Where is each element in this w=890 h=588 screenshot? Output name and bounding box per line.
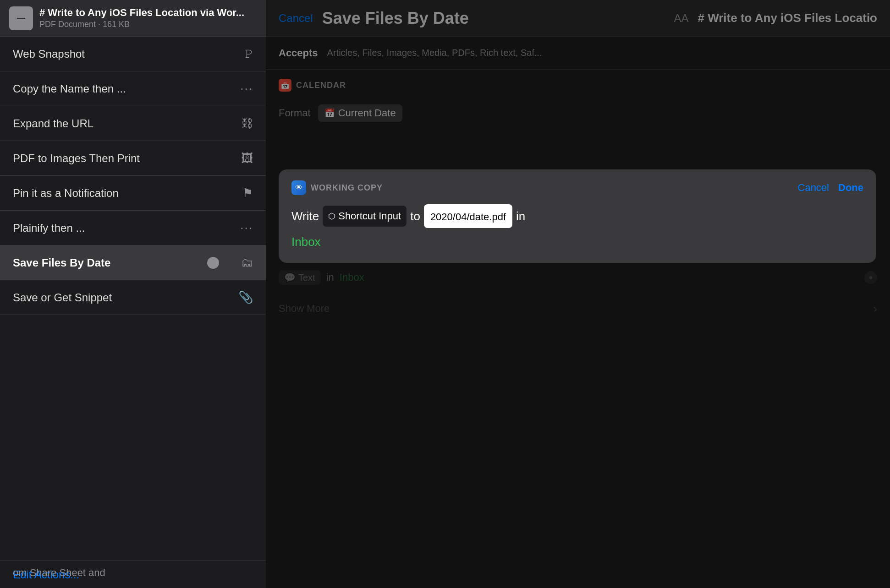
action-item-left-pdf: PDF to Images Then Print (13, 152, 241, 165)
action-item-left-save: Save Files By Date (13, 256, 206, 269)
action-item-expand-url[interactable]: Expand the URL ⛓ (0, 106, 266, 141)
action-item-left-snippet: Save or Get Snippet (13, 291, 238, 304)
pin-notification-icon: ⚑ (242, 186, 253, 200)
action-item-copy-name[interactable]: Copy the Name then ... ··· (0, 71, 266, 106)
modal-action-buttons: Cancel Done (798, 182, 863, 194)
modal-inbox-label: Inbox (291, 235, 321, 249)
modal-text-line-2: Inbox (291, 232, 863, 252)
action-label-save-files: Save Files By Date (13, 256, 110, 269)
pdf-images-icon: 🖼 (241, 151, 253, 165)
modal-done-button[interactable]: Done (838, 182, 863, 194)
action-label-pdf-images: PDF to Images Then Print (13, 152, 140, 165)
shortcut-badge-icon: ⬡ (328, 209, 335, 223)
action-label-web-snapshot: Web Snapshot (13, 48, 85, 60)
modal-in-label: in (516, 206, 525, 226)
right-dim-overlay (266, 0, 890, 588)
action-label-copy-name: Copy the Name then ... (13, 82, 126, 95)
action-label-plainify: Plainify then ... (13, 222, 85, 234)
modal-path-text: 2020/04/date.pdf (430, 211, 506, 223)
wc-fingerprint-icon: 👁 (295, 184, 302, 192)
save-files-controls: 🗂 (206, 256, 253, 270)
left-topbar: — # Write to Any iOS Files Location via … (0, 0, 266, 37)
action-item-web-snapshot[interactable]: Web Snapshot 𝙿 (0, 37, 266, 71)
modal-app-name: WORKING COPY (311, 183, 383, 193)
doc-icon: — (9, 6, 33, 30)
web-snapshot-icon: 𝙿 (245, 47, 253, 61)
modal-content: Write ⬡ Shortcut Input to 2020/04/date.p… (291, 204, 863, 252)
modal-shortcut-badge: ⬡ Shortcut Input (323, 206, 407, 226)
save-files-icon: 🗂 (241, 256, 253, 270)
modal-app-info: 👁 WORKING COPY (291, 180, 383, 195)
action-label-pin-notification: Pin it as a Notification (13, 187, 119, 200)
action-item-left-plainify: Plainify then ... (13, 222, 240, 234)
save-snippet-icon: 📎 (238, 290, 253, 305)
plainify-icon: ··· (240, 221, 253, 235)
doc-subtitle: PDF Document · 161 KB (39, 20, 257, 29)
action-item-pin-notification[interactable]: Pin it as a Notification ⚑ (0, 176, 266, 211)
action-item-left: Web Snapshot (13, 48, 245, 60)
working-copy-modal: 👁 WORKING COPY Cancel Done Write ⬡ Short… (279, 169, 876, 263)
action-label-expand-url: Expand the URL (13, 117, 93, 130)
copy-name-icon: ··· (240, 82, 253, 96)
save-files-toggle[interactable] (206, 256, 229, 270)
doc-title: # Write to Any iOS Files Location via Wo… (39, 7, 257, 19)
action-label-save-snippet: Save or Get Snippet (13, 291, 112, 304)
modal-write-label: Write (291, 206, 319, 226)
action-list: Web Snapshot 𝙿 Copy the Name then ... ··… (0, 37, 266, 561)
modal-text-line-1: Write ⬡ Shortcut Input to 2020/04/date.p… (291, 204, 863, 228)
modal-cancel-button[interactable]: Cancel (798, 182, 829, 194)
modal-header: 👁 WORKING COPY Cancel Done (291, 180, 863, 195)
action-item-save-files[interactable]: Save Files By Date 🗂 (0, 245, 266, 280)
action-item-left-expand: Expand the URL (13, 117, 241, 130)
toggle-knob (207, 257, 219, 269)
doc-info: # Write to Any iOS Files Location via Wo… (39, 7, 257, 29)
action-item-save-snippet[interactable]: Save or Get Snippet 📎 (0, 280, 266, 315)
shortcut-input-label: Shortcut Input (338, 207, 401, 224)
action-item-left-copy: Copy the Name then ... (13, 82, 240, 95)
action-item-left-pin: Pin it as a Notification (13, 187, 242, 200)
action-item-pdf-images[interactable]: PDF to Images Then Print 🖼 (0, 141, 266, 176)
bottom-text: om Share Sheet and (0, 567, 118, 579)
modal-path-badge[interactable]: 2020/04/date.pdf (424, 204, 512, 228)
modal-to-label: to (410, 206, 420, 226)
working-copy-icon: 👁 (291, 180, 306, 195)
action-item-plainify[interactable]: Plainify then ... ··· (0, 211, 266, 245)
expand-url-icon: ⛓ (241, 116, 253, 131)
